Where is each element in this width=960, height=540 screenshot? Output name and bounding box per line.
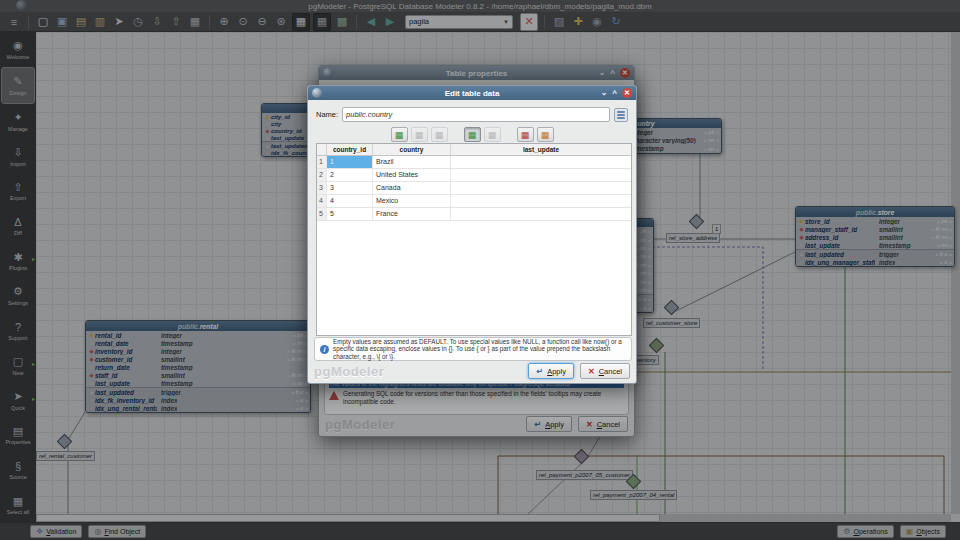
grid-cell[interactable]: Mexico <box>373 195 451 207</box>
hint-box: i Empty values are assumed as DEFAULT. T… <box>314 337 632 361</box>
grid-column-header-country_id[interactable]: country_id <box>327 144 373 155</box>
grid-cell[interactable]: France <box>373 208 451 220</box>
row-number: 3 <box>317 182 327 194</box>
delete-row-button: ▦ <box>431 127 448 142</box>
grid-cell[interactable] <box>451 182 631 194</box>
shade-icon[interactable]: ⌄ <box>601 89 608 97</box>
data-grid-toolbar: ▦▦▦▦▦▦▦ <box>308 127 636 142</box>
add-column-button[interactable]: ▦ <box>464 127 481 142</box>
edit-table-data-title: Edit table data <box>445 89 500 98</box>
grid-cell[interactable]: 3 <box>327 182 373 194</box>
grid-column-header-country[interactable]: country <box>373 144 451 155</box>
toolbar-group: ▦▦▦ <box>391 127 448 142</box>
grid-row: 55France <box>317 208 631 221</box>
grid-cell[interactable]: 1 <box>327 156 373 168</box>
apply-icon: ↵ <box>536 367 543 376</box>
edit-table-data-titlebar[interactable]: Edit table data ⌄ ˄ ✕ <box>308 86 636 100</box>
name-label: Name: <box>316 110 338 119</box>
grid-cell[interactable] <box>451 195 631 207</box>
cancel-button[interactable]: ✕ Cancel <box>580 363 630 379</box>
unshade-icon[interactable]: ˄ <box>612 89 617 97</box>
grid-row: 33Canada <box>317 182 631 195</box>
table-name-input[interactable] <box>342 107 610 122</box>
grid-cell[interactable]: 2 <box>327 169 373 181</box>
table-data-grid[interactable]: country_idcountrylast_update 11Brazil22U… <box>316 143 632 336</box>
row-number: 5 <box>317 208 327 220</box>
row-number: 1 <box>317 156 327 168</box>
clear-columns-button[interactable]: ▦ <box>537 127 554 142</box>
apply-button[interactable]: ↵ Apply <box>528 363 573 379</box>
grid-cell[interactable]: Brazil <box>373 156 451 168</box>
grid-cell[interactable]: 4 <box>327 195 373 207</box>
close-icon[interactable]: ✕ <box>622 88 632 98</box>
delete-column-button: ▦ <box>484 127 501 142</box>
pgmodeler-watermark: pgModeler <box>314 364 384 379</box>
edit-table-data-dialog: Edit table data ⌄ ˄ ✕ Name: ▦▦▦▦▦▦▦ coun… <box>307 85 637 384</box>
toolbar-group: ▦▦ <box>464 127 501 142</box>
grid-cell[interactable]: Canada <box>373 182 451 194</box>
grid-row: 11Brazil <box>317 156 631 169</box>
grid-corner <box>317 144 327 155</box>
grid-cell[interactable]: 5 <box>327 208 373 220</box>
clear-rows-button[interactable]: ▦ <box>517 127 534 142</box>
grid-row: 44Mexico <box>317 195 631 208</box>
grid-cell[interactable]: United States <box>373 169 451 181</box>
grid-column-header-last_update[interactable]: last_update <box>451 144 631 155</box>
duplicate-row-button: ▦ <box>411 127 428 142</box>
row-number: 2 <box>317 169 327 181</box>
info-icon: i <box>320 345 329 354</box>
grid-header: country_idcountrylast_update <box>317 144 631 156</box>
hint-text: Empty values are assumed as DEFAULT. To … <box>333 338 626 361</box>
row-number: 4 <box>317 195 327 207</box>
grid-cell[interactable] <box>451 169 631 181</box>
name-field-side-button[interactable] <box>614 108 628 122</box>
grid-cell[interactable] <box>451 156 631 168</box>
add-row-button[interactable]: ▦ <box>391 127 408 142</box>
pgmodeler-window: pgModeler - PostgreSQL Database Modeler … <box>0 0 960 540</box>
grid-cell[interactable] <box>451 208 631 220</box>
cancel-icon: ✕ <box>588 367 595 376</box>
toolbar-group: ▦▦ <box>517 127 554 142</box>
pgmodeler-dialog-icon <box>312 88 322 98</box>
grid-row: 22United States <box>317 169 631 182</box>
